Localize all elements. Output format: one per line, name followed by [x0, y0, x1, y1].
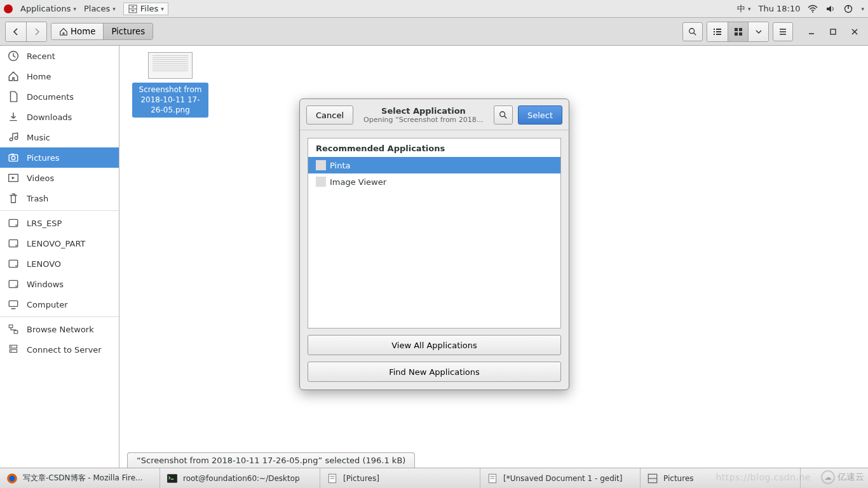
watermark: ☁亿速云 — [821, 470, 864, 484]
dialog-title: Select Application — [358, 106, 489, 116]
task-label: [*Unsaved Document 1 - gedit] — [503, 474, 623, 483]
task-label: Pictures — [663, 474, 694, 483]
app-row-image-viewer[interactable]: Image Viewer — [308, 173, 560, 190]
select-application-dialog: Cancel Select Application Opening “Scree… — [299, 98, 569, 390]
task-label: root@foundation60:~/Desktop — [183, 474, 300, 483]
cloud-icon: ☁ — [821, 470, 835, 484]
terminal-icon — [166, 473, 178, 484]
svg-line-48 — [505, 116, 507, 119]
task-gedit-unsaved[interactable]: [*Unsaved Document 1 - gedit] — [480, 468, 641, 488]
svg-point-47 — [500, 112, 505, 117]
app-list: Recommended Applications Pinta Image Vie… — [308, 138, 561, 329]
task-gedit-pictures[interactable]: [Pictures] — [320, 468, 480, 488]
bottom-taskbar: 写文章-CSDN博客 - Mozilla Fire... root@founda… — [0, 468, 868, 488]
cancel-button[interactable]: Cancel — [306, 105, 353, 125]
dialog-header: Cancel Select Application Opening “Scree… — [300, 99, 569, 130]
task-label: [Pictures] — [343, 474, 379, 483]
dialog-search-button[interactable] — [494, 105, 513, 125]
dialog-body: Recommended Applications Pinta Image Vie… — [300, 130, 569, 390]
app-row-label: Pinta — [330, 161, 350, 170]
dialog-subtitle: Opening “Screenshot from 2018… — [358, 116, 489, 124]
app-row-label: Image Viewer — [330, 177, 386, 187]
task-terminal[interactable]: root@foundation60:~/Desktop — [160, 468, 320, 488]
view-all-applications-button[interactable]: View All Applications — [308, 335, 561, 355]
text-editor-icon — [487, 473, 498, 484]
modal-overlay: Cancel Select Application Opening “Scree… — [0, 0, 868, 488]
firefox-icon — [6, 473, 18, 484]
cabinet-icon — [647, 473, 658, 484]
watermark-text: 亿速云 — [837, 471, 864, 483]
app-row-pinta[interactable]: Pinta — [308, 157, 560, 173]
text-editor-icon — [327, 473, 338, 484]
find-new-applications-button[interactable]: Find New Applications — [308, 362, 561, 382]
app-icon — [316, 160, 326, 170]
svg-point-50 — [10, 475, 15, 481]
svg-rect-51 — [167, 474, 177, 483]
watermark-url: https://blog.csdn.ne — [715, 472, 811, 482]
app-icon — [316, 177, 326, 187]
task-firefox[interactable]: 写文章-CSDN博客 - Mozilla Fire... — [0, 468, 160, 488]
select-button[interactable]: Select — [518, 105, 562, 125]
task-label: 写文章-CSDN博客 - Mozilla Fire... — [23, 473, 143, 484]
app-list-section-header: Recommended Applications — [308, 139, 560, 157]
search-icon — [499, 111, 508, 119]
